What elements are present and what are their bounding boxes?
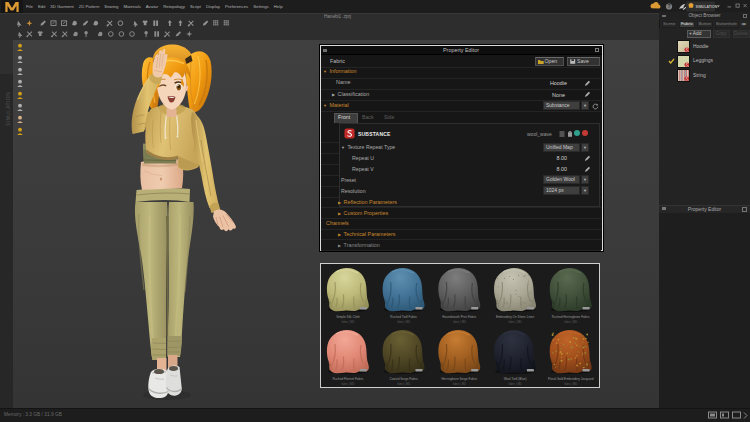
svg-text:fabric | MD: fabric | MD: [564, 382, 577, 386]
svg-text:Herringbone Serge Fabric: Herringbone Serge Fabric: [442, 377, 478, 381]
svg-text:fabric | MD: fabric | MD: [397, 320, 410, 324]
svg-text:fabric | MD: fabric | MD: [453, 382, 466, 386]
svg-text:Coated Serge Fabric: Coated Serge Fabric: [389, 377, 418, 381]
svg-text:fabric | MD: fabric | MD: [342, 382, 355, 386]
svg-text:Houndstooth Print Fabric: Houndstooth Print Fabric: [442, 315, 477, 319]
svg-text:Floral Gold Embroidery Jacquar: Floral Gold Embroidery Jacquard: [548, 377, 594, 381]
svg-text:fabric | MD: fabric | MD: [453, 320, 466, 324]
svg-text:fabric | MD: fabric | MD: [509, 320, 522, 324]
svg-text:Ruched Herringbone Fabric: Ruched Herringbone Fabric: [552, 315, 590, 319]
svg-text:Simple Silk Cloth: Simple Silk Cloth: [336, 315, 360, 319]
svg-text:fabric | MD: fabric | MD: [397, 382, 410, 386]
svg-text:Wool Twill (Blue): Wool Twill (Blue): [504, 377, 527, 381]
svg-text:Ruched Flannel Fabric: Ruched Flannel Fabric: [332, 377, 364, 381]
svg-text:Embroidery On Sheer Linen: Embroidery On Sheer Linen: [496, 315, 535, 319]
svg-text:fabric | MD: fabric | MD: [509, 382, 522, 386]
svg-text:fabric | MD: fabric | MD: [342, 320, 355, 324]
svg-text:fabric | MD: fabric | MD: [564, 320, 577, 324]
svg-text:Ruched Twill Fabric: Ruched Twill Fabric: [390, 315, 417, 319]
